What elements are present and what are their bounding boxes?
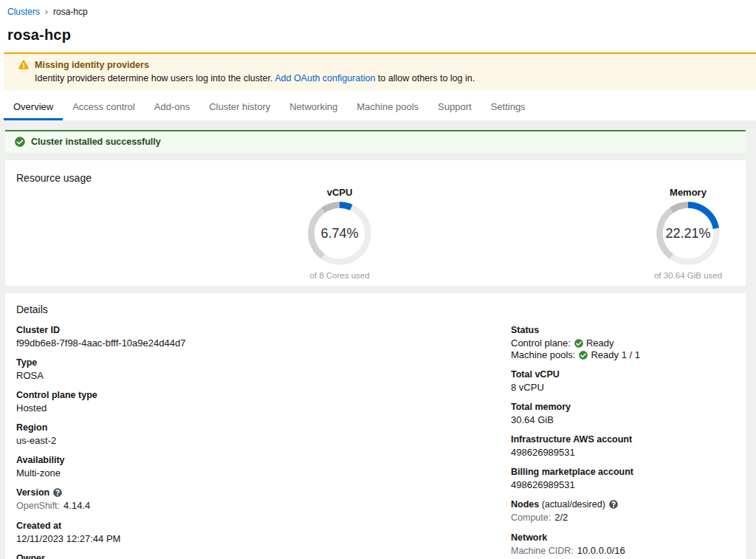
detail-label: Region [16,422,511,433]
vcpu-subtitle: of 8 Cores used [288,271,391,280]
breadcrumb: Clusters › rosa-hcp [0,0,756,17]
kv-value: 4.14.4 [63,500,90,511]
page-title: rosa-hcp [7,27,756,44]
detail-value: ROSA [16,370,511,381]
detail-billing-marketplace-account: Billing marketplace account 498626989531 [511,467,746,490]
detail-version: Version OpenShift:4.14.4 [16,487,511,512]
detail-status: Status Control plane: Ready Machine pool… [511,325,746,360]
memory-subtitle: of 30.64 GiB used [636,271,740,280]
detail-nodes: Nodes (actual/desired) Compute:2/2 [511,499,746,524]
resource-usage-card: Resource usage vCPU 6.74% of 8 Cores use… [5,160,746,286]
detail-label: Created at [16,521,511,532]
details-card: Details Cluster ID f99db6e8-7f98-4aac-bf… [5,293,746,559]
warning-alert-text-before: Identity providers determine how users l… [35,73,272,83]
details-heading: Details [16,303,746,315]
detail-value: 498626989531 [511,447,746,458]
warning-alert-text-after: to allow others to log in. [375,73,475,83]
warning-triangle-icon [18,60,29,69]
tab-settings[interactable]: Settings [481,97,535,120]
detail-label: Status [511,325,746,336]
warning-alert: Missing identity providers Identity prov… [4,52,756,90]
kv-name: OpenShift: [16,501,60,511]
detail-cluster-id: Cluster ID f99db6e8-7f98-4aac-bfff-10a9e… [16,325,511,349]
warning-alert-title: Missing identity providers [35,59,475,71]
detail-value: Hosted [16,402,511,414]
breadcrumb-separator-icon: › [45,7,48,17]
detail-network: Network Machine CIDR:10.0.0.0/16 Service… [511,532,746,559]
details-left-column: Cluster ID f99db6e8-7f98-4aac-bfff-10a9e… [16,325,511,559]
kv-value: 2/2 [554,512,568,523]
detail-created-at: Created at 12/11/2023 12:27:44 PM [16,521,511,544]
detail-control-plane-type: Control plane type Hosted [16,390,511,414]
memory-donut-chart: Memory 22.21% of 30.64 GiB used [636,187,740,280]
status-value: Ready [586,337,614,349]
detail-label: Network [511,532,746,543]
detail-label: Cluster ID [16,325,511,336]
tab-support[interactable]: Support [428,97,481,120]
detail-label: Version [16,487,49,498]
detail-value: 12/11/2023 12:27:44 PM [16,533,511,544]
detail-value: 498626989531 [511,479,746,490]
detail-label: Type [16,357,511,368]
detail-total-vcpu: Total vCPU 8 vCPU [511,369,746,393]
tab-networking[interactable]: Networking [280,97,347,120]
check-circle-icon [579,351,588,360]
add-oauth-configuration-link[interactable]: Add OAuth configuration [275,73,375,83]
vcpu-percent-value: 6.74% [308,202,371,265]
detail-label: Owner [16,553,511,559]
status-name: Machine pools: [511,349,575,360]
detail-availability: Availability Multi-zone [16,455,511,479]
detail-type: Type ROSA [16,357,511,381]
resource-usage-heading: Resource usage [16,172,92,184]
vcpu-donut-title: vCPU [288,187,391,198]
status-value: Ready 1 / 1 [591,349,640,360]
status-name: Control plane: [511,337,571,349]
breadcrumb-current: rosa-hcp [53,7,88,17]
detail-value: 30.64 GiB [511,414,746,425]
check-circle-icon [15,137,25,147]
tab-cluster-history[interactable]: Cluster history [199,97,280,120]
detail-infrastructure-aws-account: Infrastructure AWS account 498626989531 [511,434,746,458]
detail-label: Availability [16,455,511,466]
detail-value: Multi-zone [16,467,511,479]
detail-total-memory: Total memory 30.64 GiB [511,402,746,425]
memory-donut-title: Memory [636,187,740,198]
question-circle-icon[interactable] [53,488,62,497]
detail-label: Control plane type [16,390,511,401]
status-machine-pools: Machine pools: Ready 1 / 1 [511,349,746,360]
page-header: Clusters › rosa-hcp rosa-hcp [0,0,756,44]
tab-access-control[interactable]: Access control [63,97,145,120]
detail-label: Billing marketplace account [511,467,746,478]
detail-value: 8 vCPU [511,382,746,393]
kv-name: Machine CIDR: [511,546,574,556]
breadcrumb-link-clusters[interactable]: Clusters [7,7,40,17]
memory-percent-value: 22.21% [656,202,720,265]
warning-alert-description: Identity providers determine how users l… [35,73,475,84]
detail-label: Infrastructure AWS account [511,434,746,445]
kv-name: Compute: [511,512,551,523]
status-control-plane: Control plane: Ready [511,337,746,349]
detail-label-suffix: (actual/desired) [539,499,605,510]
success-alert-title: Cluster installed successfully [31,137,161,147]
details-right-column: Status Control plane: Ready Machine pool… [511,325,746,559]
content-area: Cluster installed successfully Resource … [0,120,756,559]
detail-value: f99db6e8-7f98-4aac-bfff-10a9e24d44d7 [16,337,511,349]
vcpu-donut-chart: vCPU 6.74% of 8 Cores used [288,187,391,280]
detail-value: us-east-2 [16,435,511,446]
detail-label: Nodes [511,499,539,510]
tab-bar: Overview Access control Add-ons Cluster … [0,97,756,120]
detail-owner: Owner Pui Chan [16,553,511,559]
success-alert: Cluster installed successfully [5,130,746,153]
detail-label: Total memory [511,402,746,413]
question-circle-icon[interactable] [609,500,618,509]
tab-overview[interactable]: Overview [4,97,63,120]
tab-add-ons[interactable]: Add-ons [145,97,199,120]
check-circle-icon [574,339,583,348]
kv-value: 10.0.0.0/16 [577,545,625,556]
detail-region: Region us-east-2 [16,422,511,446]
tab-machine-pools[interactable]: Machine pools [347,97,428,120]
detail-label: Total vCPU [511,369,746,380]
